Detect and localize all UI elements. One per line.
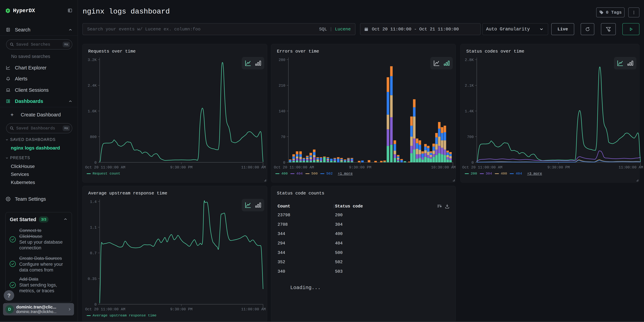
svg-text:10:30:00 AM: 10:30:00 AM (431, 166, 456, 170)
svg-text:800: 800 (90, 135, 97, 139)
svg-text:210: 210 (278, 84, 285, 88)
svg-text:0.35: 0.35 (88, 277, 97, 281)
svg-text:Oct 20 11:00:00 AM: Oct 20 11:00:00 AM (85, 166, 125, 170)
svg-text:700: 700 (467, 135, 474, 139)
svg-text:0: 0 (283, 161, 285, 165)
svg-text:9:30:00 PM: 9:30:00 PM (349, 166, 371, 170)
svg-text:1.1: 1.1 (90, 226, 97, 230)
svg-text:140: 140 (278, 109, 285, 114)
svg-text:Oct 20 11:00:00 AM: Oct 20 11:00:00 AM (274, 166, 314, 170)
svg-text:9:30:00 PM: 9:30:00 PM (170, 307, 192, 312)
svg-text:2.8K: 2.8K (465, 58, 474, 62)
svg-text:9:30:00 PM: 9:30:00 PM (547, 166, 570, 170)
svg-text:1.6K: 1.6K (88, 109, 97, 114)
svg-text:2.1K: 2.1K (465, 84, 474, 88)
svg-text:3.2K: 3.2K (88, 58, 97, 62)
svg-text:9:30:00 PM: 9:30:00 PM (170, 166, 192, 170)
svg-text:0: 0 (472, 161, 474, 165)
svg-text:11:00:00 AM: 11:00:00 AM (619, 166, 643, 170)
svg-text:Oct 20 11:00:00 AM: Oct 20 11:00:00 AM (462, 166, 502, 170)
svg-text:Oct 20 11:00:00 AM: Oct 20 11:00:00 AM (85, 307, 125, 312)
svg-text:0: 0 (94, 161, 97, 165)
svg-text:11:00:00 AM: 11:00:00 AM (241, 307, 266, 312)
svg-text:1.4: 1.4 (90, 200, 97, 204)
svg-text:0.7: 0.7 (90, 251, 97, 256)
svg-text:70: 70 (281, 135, 285, 139)
svg-text:0: 0 (94, 302, 97, 307)
svg-text:280: 280 (278, 58, 285, 62)
svg-text:1.4K: 1.4K (465, 109, 474, 114)
svg-text:2.4K: 2.4K (88, 84, 97, 88)
svg-text:11:00:00 AM: 11:00:00 AM (241, 166, 266, 170)
